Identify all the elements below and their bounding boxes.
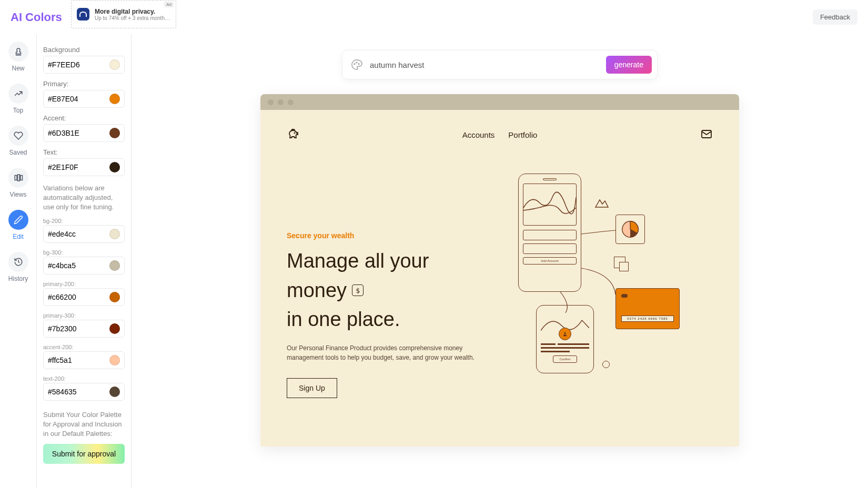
primary-label: Primary:	[43, 80, 125, 88]
nav-new[interactable]: New	[4, 38, 33, 76]
piggy-bank-icon	[287, 128, 299, 142]
background-input[interactable]	[48, 60, 100, 69]
primary300-input[interactable]	[48, 324, 100, 333]
panels-icon	[14, 173, 23, 182]
stamp-icon	[14, 47, 23, 56]
credit-card-icon: 5574 2425 9696 7585	[615, 288, 680, 329]
svg-point-5	[358, 64, 359, 65]
preview-window: Accounts Portfolio Secure your wealth Ma…	[260, 94, 739, 446]
background-swatch[interactable]	[109, 59, 120, 70]
nav-label: Saved	[9, 149, 27, 156]
circle-icon	[602, 361, 610, 368]
avatar-icon	[559, 328, 571, 340]
nav-views[interactable]: Views	[4, 165, 33, 202]
primary-input[interactable]	[48, 95, 100, 103]
primary300-swatch[interactable]	[109, 323, 120, 334]
text-input[interactable]	[48, 163, 100, 171]
advertisement[interactable]: Ad More digital privacy. Up to 74% off +…	[71, 0, 176, 28]
nav-top[interactable]: Top	[4, 80, 33, 118]
accent-input[interactable]	[48, 129, 100, 137]
text-label: Text:	[43, 148, 125, 156]
trending-icon	[14, 89, 23, 98]
svg-point-3	[354, 64, 355, 65]
canvas: generate Accounts Portfolio	[132, 34, 868, 488]
accent-label: Accent:	[43, 114, 125, 122]
prompt-input[interactable]	[370, 60, 599, 69]
bg300-input[interactable]	[48, 261, 100, 270]
text200-input[interactable]	[48, 388, 100, 396]
phone-mockup-2: Confirm	[536, 305, 594, 373]
nav-history[interactable]: History	[4, 249, 33, 287]
variations-note: Variations below are automatically adjus…	[43, 184, 125, 212]
background-label: Background	[43, 46, 125, 54]
mail-icon[interactable]	[700, 128, 713, 142]
bg200-swatch[interactable]	[109, 229, 120, 239]
ad-title: More digital privacy.	[95, 8, 170, 15]
feedback-button[interactable]: Feedback	[813, 9, 857, 25]
window-dot	[288, 99, 294, 105]
nav-edit[interactable]: Edit	[4, 207, 33, 245]
bg300-field[interactable]	[43, 257, 125, 274]
text200-label: text-200:	[43, 375, 125, 382]
card-number: 5574 2425 9696 7585	[621, 316, 674, 322]
window-dot	[278, 99, 284, 105]
dollar-icon: $	[352, 284, 364, 296]
svg-rect-2	[20, 176, 22, 180]
accent200-swatch[interactable]	[109, 355, 120, 365]
svg-point-4	[356, 62, 357, 63]
primary-swatch[interactable]	[109, 94, 120, 104]
primary200-field[interactable]	[43, 288, 125, 306]
primary-field[interactable]	[43, 90, 125, 108]
window-chrome	[260, 94, 739, 110]
svg-point-6	[295, 133, 295, 134]
nav-saved[interactable]: Saved	[4, 123, 33, 160]
nav-portfolio[interactable]: Portfolio	[508, 130, 537, 139]
text-swatch[interactable]	[109, 162, 120, 172]
hero-description: Our Personal Finance Product provides co…	[287, 343, 476, 362]
text200-field[interactable]	[43, 383, 125, 401]
nav-rail: New Top Saved Views	[0, 34, 37, 488]
background-field[interactable]	[43, 56, 125, 74]
nav-label: Top	[13, 107, 23, 114]
prompt-bar: generate	[342, 50, 658, 79]
logo[interactable]: AI Colors	[11, 11, 62, 24]
nav-accounts[interactable]: Accounts	[462, 130, 495, 139]
nav-label: Views	[10, 191, 27, 198]
bg200-input[interactable]	[48, 230, 100, 238]
nav-label: New	[12, 65, 24, 72]
primary300-label: primary-300:	[43, 312, 125, 319]
pencil-icon	[14, 215, 23, 225]
signup-button[interactable]: Sign Up	[287, 378, 337, 398]
palette-icon	[351, 59, 362, 70]
text-field[interactable]	[43, 158, 125, 176]
bg200-label: bg-200:	[43, 218, 125, 224]
accent200-input[interactable]	[48, 356, 100, 364]
generate-button[interactable]: generate	[606, 56, 652, 74]
text200-swatch[interactable]	[109, 387, 120, 397]
accent-field[interactable]	[43, 124, 125, 142]
mountain-icon	[594, 198, 609, 208]
window-dot	[268, 99, 274, 105]
submit-approval-button[interactable]: Submit for approval	[43, 444, 125, 464]
svg-rect-1	[17, 175, 19, 181]
primary300-field[interactable]	[43, 320, 125, 338]
bg200-field[interactable]	[43, 225, 125, 243]
bg300-swatch[interactable]	[109, 260, 120, 271]
heart-icon	[14, 131, 23, 140]
pie-chart-icon	[615, 215, 645, 244]
ad-badge: Ad	[164, 2, 174, 7]
confirm-chip: Confirm	[553, 355, 577, 363]
primary200-input[interactable]	[48, 293, 100, 301]
submit-note: Submit Your Color Palette for Approval a…	[43, 410, 125, 439]
svg-rect-0	[15, 176, 17, 180]
accent200-label: accent-200:	[43, 344, 125, 350]
accent-swatch[interactable]	[109, 128, 120, 138]
hero-eyebrow: Secure your wealth	[287, 231, 476, 240]
ad-subtitle: Up to 74% off + 3 extra months —	[95, 15, 170, 21]
preview-body: Accounts Portfolio Secure your wealth Ma…	[260, 110, 739, 446]
primary200-swatch[interactable]	[109, 292, 120, 302]
svg-point-9	[564, 332, 566, 334]
nav-label: History	[8, 275, 28, 282]
accent200-field[interactable]	[43, 351, 125, 369]
phone-mockup-1: Add Account	[518, 174, 581, 292]
